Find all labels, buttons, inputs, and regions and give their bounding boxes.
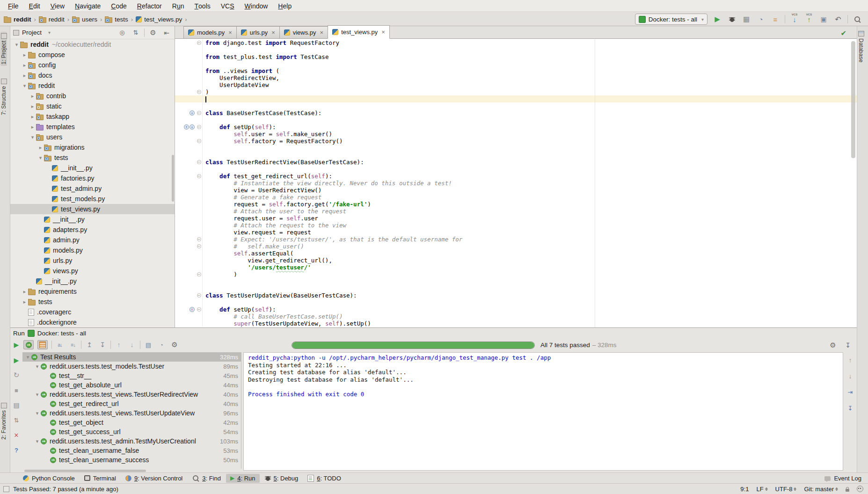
test-row-test_clean_username_success[interactable]: oktest_clean_username_success50ms: [22, 455, 241, 465]
menu-run[interactable]: Run: [167, 0, 190, 12]
menu-file[interactable]: File: [3, 0, 24, 12]
code-line-7[interactable]: UserUpdateView: [175, 81, 857, 88]
tree-row-factories.py[interactable]: factories.py: [10, 173, 175, 183]
show-ignored-toggle[interactable]: [37, 340, 48, 349]
code-line-15[interactable]: − self.factory = RequestFactory(): [175, 138, 857, 145]
chevron-down-icon[interactable]: ▾: [29, 134, 36, 140]
code-line-37[interactable]: −class TestUserUpdateView(BaseUserTestCa…: [175, 292, 857, 299]
run-button[interactable]: ▶: [712, 14, 722, 24]
rerun-coverage-button[interactable]: ≡: [770, 14, 780, 24]
editor-scrollbar[interactable]: [851, 41, 855, 158]
expand-all-button[interactable]: ↥: [84, 340, 95, 350]
code-line-22[interactable]: view = UserRedirectView(): [175, 187, 857, 194]
gear-button[interactable]: ⚙: [828, 340, 838, 350]
tree-row-static[interactable]: ▸static: [10, 101, 175, 111]
code-line-6[interactable]: UserRedirectView,: [175, 74, 857, 81]
code-line-33[interactable]: '/users/testuser/': [175, 264, 857, 271]
stripe-favorites[interactable]: 2: Favorites: [0, 403, 7, 440]
fold-marker-icon[interactable]: −: [197, 139, 201, 143]
code-line-35[interactable]: [175, 278, 857, 285]
status-lf[interactable]: LF: [756, 486, 767, 493]
chevron-down-icon[interactable]: ▾: [34, 410, 41, 416]
test-row-test_clean_username_false[interactable]: oktest_clean_username_false53ms: [22, 446, 241, 455]
fold-marker-icon[interactable]: −: [197, 237, 201, 241]
search-button[interactable]: [852, 14, 862, 24]
history-button[interactable]: ▣: [818, 14, 829, 24]
override-down-gutter-icon[interactable]: ↓: [190, 110, 195, 116]
code-line-3[interactable]: from test_plus.test import TestCase: [175, 53, 857, 60]
tree-row-test_admin.py[interactable]: test_admin.py: [10, 183, 175, 194]
test-row-reddit.users.tests.test_views.TestUserUpdateView[interactable]: ▾okreddit.users.tests.test_views.TestUse…: [22, 408, 241, 418]
stripe-project[interactable]: 1: Project: [0, 32, 7, 66]
soft-wrap-button[interactable]: ⇥: [845, 387, 855, 397]
tree-row-taskapp[interactable]: ▸taskapp: [10, 111, 175, 122]
next-failed-button[interactable]: ↓: [127, 340, 137, 350]
tree-row-test_views.py[interactable]: test_views.py: [10, 204, 175, 214]
test-row-test_get_success_url[interactable]: oktest_get_success_url54ms: [22, 427, 241, 436]
menu-view[interactable]: View: [45, 0, 70, 12]
code-line-39[interactable]: ↑− def setUp(self):: [175, 306, 857, 313]
code-line-16[interactable]: [175, 145, 857, 152]
test-row-TestResults[interactable]: ▾okTest Results328ms: [22, 352, 241, 362]
coverage-button[interactable]: ▦: [741, 14, 751, 24]
test-row-reddit.users.tests.test_views.TestUserRedirectView[interactable]: ▾okreddit.users.tests.test_views.TestUse…: [22, 390, 241, 399]
breadcrumb-item[interactable]: reddit: [39, 15, 65, 23]
tree-row-.coveragerc[interactable]: .coveragerc: [10, 307, 175, 317]
code-line-20[interactable]: − def test_get_redirect_url(self):: [175, 173, 857, 180]
tree-row-config[interactable]: ▸config: [10, 60, 175, 70]
tree-row-models.py[interactable]: models.py: [10, 245, 175, 255]
fold-marker-icon[interactable]: −: [197, 174, 201, 178]
code-line-29[interactable]: − # Expect: '/users/testuser/', as that …: [175, 236, 857, 243]
code-line-25[interactable]: # Attach the user to the request: [175, 208, 857, 215]
fold-marker-icon[interactable]: −: [197, 111, 201, 115]
code-line-11[interactable]: ↓−class BaseUserTestCase(TestCase):: [175, 109, 857, 116]
rerun-tests-button[interactable]: ▶: [10, 341, 22, 349]
restore-layout-button[interactable]: ▤: [11, 400, 22, 410]
menu-refactor[interactable]: Refactor: [132, 0, 167, 12]
code-line-13[interactable]: ↑↓− def setUp(self):: [175, 124, 857, 131]
rerun-button[interactable]: ▶: [11, 355, 22, 365]
test-tree-hscrollbar[interactable]: [24, 470, 146, 472]
code-line-38[interactable]: [175, 299, 857, 306]
chevron-down-icon[interactable]: ▾: [37, 155, 44, 161]
gear-button[interactable]: ⚙: [148, 28, 158, 38]
menu-help[interactable]: Help: [273, 0, 297, 12]
tree-row-__init__.py[interactable]: __init__.py: [10, 163, 175, 173]
menu-window[interactable]: Window: [240, 0, 273, 12]
code-line-12[interactable]: [175, 116, 857, 124]
tree-row-__init__.py[interactable]: __init__.py: [10, 276, 175, 286]
vcs-update-button[interactable]: ↓VCS: [789, 14, 800, 24]
tab-test_views-py[interactable]: test_views.py×: [328, 25, 390, 39]
breadcrumb-item[interactable]: tests: [105, 15, 128, 23]
tree-row-views.py[interactable]: views.py: [10, 266, 175, 276]
collapse-all-button[interactable]: ⇅: [131, 28, 141, 38]
fold-marker-icon[interactable]: −: [197, 293, 201, 298]
toolwindow-toggle-icon[interactable]: [3, 486, 9, 492]
tree-row-docs[interactable]: ▸docs: [10, 70, 175, 80]
profiler-button[interactable]: ◔: [756, 14, 766, 24]
vcs-commit-button[interactable]: ↑VCS: [804, 14, 814, 24]
stripe-database[interactable]: Database: [858, 31, 864, 62]
code-line-8[interactable]: −): [175, 88, 857, 95]
chevron-right-icon[interactable]: ▸: [21, 52, 28, 58]
fold-marker-icon[interactable]: −: [197, 125, 201, 129]
close-icon[interactable]: ×: [320, 29, 324, 36]
chevron-right-icon[interactable]: ▸: [21, 73, 28, 79]
code-line-18[interactable]: −class TestUserRedirectView(BaseUserTest…: [175, 159, 857, 166]
code-line-21[interactable]: # Instantiate the view directly. Never d…: [175, 180, 857, 187]
hide-panel-button[interactable]: ↧: [843, 340, 853, 350]
hector-inspector-icon[interactable]: [857, 486, 863, 492]
stripe-structure[interactable]: 7: Structure: [0, 79, 7, 115]
run-console[interactable]: reddit_pycha:python -u /opt/.pycharm_hel…: [243, 352, 843, 471]
help-button[interactable]: ?: [11, 445, 22, 455]
test-row-test__str__[interactable]: oktest__str__45ms: [22, 371, 241, 380]
code-line-30[interactable]: − # self.make_user(): [175, 243, 857, 250]
tree-row-__init__.py[interactable]: __init__.py: [10, 214, 175, 225]
close-icon[interactable]: ×: [381, 29, 385, 36]
chevron-down-icon[interactable]: ▾: [24, 354, 31, 360]
code-editor[interactable]: −from django.test import RequestFactoryf…: [175, 39, 857, 327]
toolwindow-todo[interactable]: 6: TODO: [303, 474, 345, 483]
chevron-right-icon[interactable]: ▸: [29, 93, 36, 99]
tree-row-test_models.py[interactable]: test_models.py: [10, 194, 175, 204]
code-line-26[interactable]: request.user = self.user: [175, 215, 857, 222]
